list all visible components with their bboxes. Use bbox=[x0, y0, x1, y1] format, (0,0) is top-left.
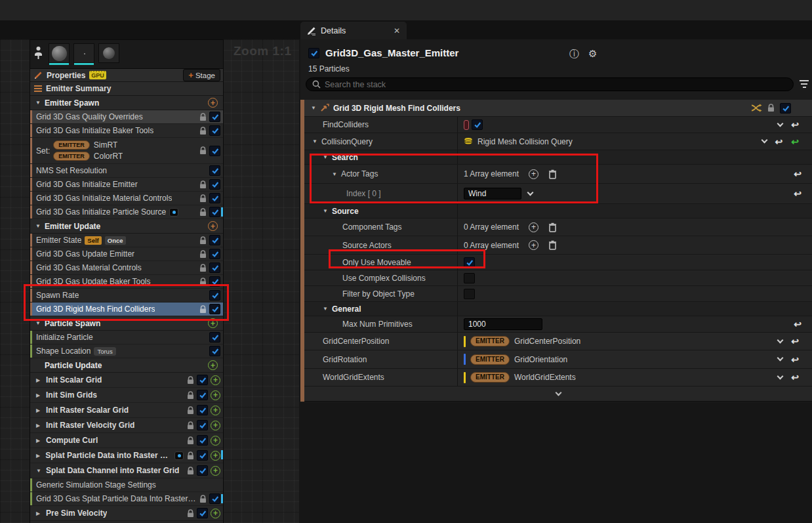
section-emitter-update[interactable]: ▼ Emitter Update + bbox=[30, 219, 223, 234]
module-row-selected[interactable]: Grid 3D Rigid Mesh Find Colliders bbox=[30, 303, 223, 316]
chevron-down-icon[interactable]: ▼ bbox=[312, 138, 317, 144]
reset-icon[interactable]: ↩ bbox=[791, 355, 799, 364]
stage-row[interactable]: ▶ Splat Particle Data into Raster Grids … bbox=[30, 448, 223, 463]
value-checkbox[interactable] bbox=[472, 119, 483, 130]
enabled-checkbox[interactable] bbox=[780, 103, 791, 114]
section-particle-spawn[interactable]: ▼ Particle Spawn + bbox=[30, 316, 223, 331]
enabled-checkbox[interactable] bbox=[209, 112, 220, 122]
render-thumbnail-dark[interactable] bbox=[73, 43, 94, 63]
add-module-icon[interactable]: + bbox=[211, 451, 220, 461]
enabled-checkbox[interactable] bbox=[197, 450, 208, 461]
stack-search[interactable] bbox=[306, 77, 794, 91]
reset-icon[interactable]: ↩ bbox=[791, 337, 799, 346]
search-input[interactable] bbox=[325, 80, 787, 89]
add-element-icon[interactable]: + bbox=[529, 222, 538, 232]
value-checkbox[interactable] bbox=[464, 289, 475, 299]
chevron-down-icon[interactable]: ▼ bbox=[311, 105, 316, 111]
enabled-checkbox[interactable] bbox=[209, 193, 220, 203]
stage-row[interactable]: ▶ Init Sim Grids + bbox=[30, 388, 223, 403]
stage-row[interactable]: ▶ Init Raster Scalar Grid + bbox=[30, 403, 223, 418]
module-row[interactable]: Grid 3D Gas Initialize Baker Tools bbox=[30, 124, 223, 138]
chevron-down-icon[interactable] bbox=[777, 355, 784, 362]
property-row[interactable]: FindColliders ↩ bbox=[300, 117, 812, 133]
property-row[interactable]: GridRotation EMITTER GridOrientation ↩ bbox=[300, 350, 812, 369]
chevron-down-icon[interactable] bbox=[777, 373, 784, 379]
chevron-right-icon[interactable]: ▶ bbox=[36, 453, 42, 459]
add-element-icon[interactable]: + bbox=[529, 169, 538, 179]
module-row[interactable]: Generic Simulation Stage Settings bbox=[30, 478, 223, 492]
stage-row[interactable]: ▶ Init Scalar Grid + bbox=[30, 373, 223, 388]
enabled-checkbox[interactable] bbox=[209, 493, 220, 504]
property-row[interactable]: Source Actors 0 Array element + bbox=[300, 236, 812, 255]
emitter-node[interactable]: Properties GPU + Stage Emitter Summary ▼… bbox=[30, 39, 224, 523]
module-row[interactable]: Grid 3D Gas Initialize Particle Source bbox=[30, 205, 223, 219]
tag-value-input[interactable] bbox=[464, 188, 521, 199]
trash-icon[interactable] bbox=[548, 169, 557, 179]
chevron-down-icon[interactable]: ▼ bbox=[323, 154, 328, 160]
graph-canvas[interactable]: Zoom 1:1 Properties GPU + S bbox=[0, 39, 299, 523]
enabled-checkbox[interactable] bbox=[209, 346, 220, 356]
module-row[interactable]: Grid 3D Gas Splat Particle Data Into Ras… bbox=[30, 492, 223, 506]
chevron-right-icon[interactable]: ▶ bbox=[36, 423, 43, 429]
enabled-checkbox[interactable] bbox=[209, 235, 220, 245]
enabled-checkbox[interactable] bbox=[209, 179, 220, 190]
stack-expander[interactable] bbox=[300, 387, 812, 402]
enabled-checkbox[interactable] bbox=[197, 405, 208, 415]
stage-row[interactable]: ▼ Splat Data Channel into Raster Grid + bbox=[30, 463, 223, 478]
info-icon[interactable]: ⓘ bbox=[569, 48, 579, 60]
chevron-right-icon[interactable]: ▶ bbox=[36, 408, 43, 413]
reset-icon[interactable]: ↩ bbox=[791, 373, 799, 382]
module-row[interactable]: Grid 3D Gas Initialize Emitter bbox=[30, 178, 223, 192]
chevron-down-icon[interactable]: ▼ bbox=[332, 171, 337, 177]
property-row[interactable]: ▼ Actor Tags 1 Array element + ↩ bbox=[300, 165, 812, 184]
add-module-icon[interactable]: + bbox=[211, 509, 220, 518]
module-row[interactable]: Grid 3D Gas Initialize Material Controls bbox=[30, 192, 223, 205]
section-emitter-spawn[interactable]: ▼ Emitter Spawn + bbox=[30, 96, 223, 110]
chevron-down-icon[interactable]: ▼ bbox=[36, 468, 43, 474]
property-row[interactable]: GridCenterPosition EMITTER GridCenterPos… bbox=[300, 333, 812, 350]
enabled-checkbox[interactable] bbox=[209, 125, 220, 136]
chevron-right-icon[interactable]: ▶ bbox=[36, 438, 43, 444]
add-module-icon[interactable]: + bbox=[211, 390, 220, 400]
stage-row[interactable]: ▶ Init Raster Velocity Grid + bbox=[30, 418, 223, 433]
add-module-icon[interactable]: + bbox=[208, 221, 218, 231]
enabled-checkbox[interactable] bbox=[197, 465, 208, 476]
module-row[interactable]: Shape Location Torus bbox=[30, 345, 223, 358]
chevron-down-icon[interactable]: ▼ bbox=[35, 223, 41, 229]
emitter-enabled-checkbox[interactable] bbox=[308, 48, 319, 58]
chevron-down-icon[interactable]: ▼ bbox=[323, 208, 328, 214]
property-row[interactable]: ▼ CollisionQuery Rigid Mesh Collision Qu… bbox=[300, 133, 812, 150]
add-element-icon[interactable]: + bbox=[529, 240, 538, 250]
value-checkbox[interactable] bbox=[464, 257, 475, 268]
add-module-icon[interactable]: + bbox=[211, 436, 220, 446]
property-row[interactable]: Max Num Primitives ↩ bbox=[300, 316, 812, 333]
chevron-down-icon[interactable] bbox=[777, 120, 784, 127]
reset-icon[interactable]: ↩ bbox=[794, 320, 802, 329]
module-row[interactable]: Grid 3D Gas Material Controls bbox=[30, 261, 223, 275]
enabled-checkbox[interactable] bbox=[197, 375, 208, 385]
value-checkbox[interactable] bbox=[464, 273, 475, 283]
chevron-down-icon[interactable] bbox=[527, 189, 534, 196]
render-thumbnail-sphere-2[interactable] bbox=[98, 43, 119, 63]
chevron-down-icon[interactable]: ▼ bbox=[35, 320, 41, 326]
chevron-right-icon[interactable]: ▶ bbox=[36, 377, 43, 383]
chevron-down-icon[interactable]: ▼ bbox=[35, 100, 41, 106]
enabled-checkbox[interactable] bbox=[197, 420, 208, 430]
max-num-primitives-input[interactable] bbox=[464, 318, 542, 330]
module-row[interactable]: Initialize Particle bbox=[30, 331, 223, 345]
add-stage-button[interactable]: + Stage bbox=[183, 69, 220, 81]
module-row[interactable]: Grid 3D Gas Update Emitter bbox=[30, 247, 223, 261]
gear-icon[interactable]: ⚙ bbox=[588, 48, 597, 60]
module-row[interactable]: Grid 3D Gas Quality Overrides bbox=[30, 110, 223, 124]
filter-icon[interactable] bbox=[800, 80, 809, 88]
stack-group-header[interactable]: ▼ Grid 3D Rigid Mesh Find Colliders bbox=[300, 100, 812, 117]
add-module-icon[interactable]: + bbox=[211, 375, 220, 385]
stage-row[interactable]: ▶ Pre Sim Velocity + bbox=[30, 506, 223, 521]
chevron-down-icon[interactable]: ▼ bbox=[323, 306, 328, 312]
enabled-checkbox[interactable] bbox=[209, 262, 220, 273]
section-particle-update[interactable]: Particle Update + bbox=[30, 358, 223, 373]
property-row[interactable]: Use Complex Collisions bbox=[300, 270, 812, 286]
enabled-checkbox[interactable] bbox=[209, 207, 220, 217]
array-element-row[interactable]: Index [ 0 ] ↩ bbox=[300, 184, 812, 204]
property-row[interactable]: WorldGridExtents EMITTER WorldGridExtent… bbox=[300, 369, 812, 387]
